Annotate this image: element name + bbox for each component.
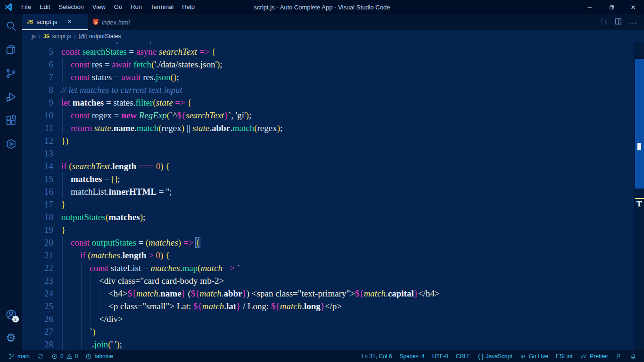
code-line[interactable]: 19} — [22, 223, 635, 236]
status-notifications[interactable] — [626, 350, 640, 362]
menu-go[interactable]: Go — [110, 0, 126, 14]
code-text: <div class="card card-body mb-2> — [61, 274, 224, 287]
open-changes-icon[interactable] — [600, 17, 608, 27]
code-line[interactable]: 24<h4>${match.name} (${match.abbr}) <spa… — [22, 287, 635, 300]
code-text: const states = await res.json(); — [61, 71, 179, 83]
status-feedback[interactable] — [612, 350, 626, 362]
code-editor[interactable]: 4// search states.json and filter it5con… — [22, 42, 635, 350]
line-number: 28 — [22, 338, 53, 350]
search-icon[interactable] — [0, 14, 22, 38]
tab-close-icon[interactable]: ✕ — [67, 18, 72, 25]
status-tabnine[interactable]: tabnine — [82, 350, 116, 362]
line-number: 6 — [22, 58, 53, 71]
explorer-icon[interactable] — [0, 38, 22, 61]
code-line[interactable]: 12}) — [22, 134, 635, 147]
breadcrumb[interactable]: js›JSscript.js›[@]outputStates — [22, 30, 635, 42]
menu-file[interactable]: File — [17, 0, 35, 14]
code-text: </div> — [61, 313, 123, 325]
split-editor-icon[interactable] — [614, 17, 622, 27]
status-language-mode[interactable]: { }JavaScript — [474, 350, 516, 362]
status-encoding[interactable]: UTF-8 — [429, 350, 452, 362]
run-debug-icon[interactable] — [0, 85, 22, 108]
status-label: JavaScript — [486, 353, 512, 360]
code-line[interactable]: 28.join(' '); — [22, 338, 635, 350]
source-control-icon[interactable] — [0, 61, 22, 85]
status-git-branch[interactable]: main — [5, 350, 33, 362]
code-text: }) — [61, 134, 68, 147]
code-line[interactable]: 11return state.name.match(regex) || stat… — [22, 122, 635, 134]
code-line[interactable]: 6const res = await fetch('./data/states.… — [22, 58, 635, 71]
status-label: Spaces: 4 — [399, 353, 424, 360]
code-line[interactable]: 25<p class="small"> Lat: ${match.lat} / … — [22, 300, 635, 313]
menu-terminal[interactable]: Terminal — [146, 0, 178, 14]
line-number: 21 — [22, 249, 53, 262]
code-text: `) — [61, 325, 96, 338]
code-line[interactable]: 27`) — [22, 325, 635, 338]
status-go-live[interactable]: Go Live — [516, 350, 552, 362]
status-prettier[interactable]: ✓✓Prettier — [576, 350, 612, 362]
sync-icon — [37, 353, 44, 360]
extensions-icon[interactable] — [0, 108, 22, 132]
status-sync[interactable] — [33, 350, 48, 362]
breadcrumb-item-outputStates[interactable]: [@]outputStates — [79, 33, 121, 40]
code-line[interactable]: 23<div class="card card-body mb-2> — [22, 274, 635, 287]
status-problems[interactable]: 00 — [48, 350, 82, 362]
code-line[interactable]: 16matchList.innerHTML = ''; — [22, 185, 635, 198]
tabnine-icon — [85, 353, 92, 360]
line-number: 27 — [22, 325, 53, 338]
line-number: 22 — [22, 262, 53, 274]
code-text: const regex = new RegExp(`^${searchText}… — [61, 109, 251, 122]
code-line[interactable]: 9let matches = states.filter(state => { — [22, 96, 635, 109]
code-line[interactable]: 21if (matches.length > 0) { — [22, 249, 635, 262]
menu-run[interactable]: Run — [126, 0, 146, 14]
more-actions-icon[interactable]: ··· — [629, 18, 637, 26]
breadcrumb-separator: › — [74, 33, 76, 40]
js-icon: JS — [27, 19, 33, 25]
error-icon — [51, 353, 58, 360]
code-line[interactable]: 5const searchStates = async searchText =… — [22, 45, 635, 58]
menu-selection[interactable]: Selection — [54, 0, 88, 14]
vscode-logo-icon[interactable] — [4, 2, 13, 12]
code-line[interactable]: 7const states = await res.json(); — [22, 71, 635, 83]
warning-icon — [66, 353, 73, 360]
code-text: matches = []; — [61, 173, 120, 185]
code-line[interactable]: 8// let matches to current text input — [22, 83, 635, 96]
menu-view[interactable]: View — [88, 0, 110, 14]
breadcrumb-item-script.js[interactable]: JSscript.js — [43, 33, 71, 40]
restore-button[interactable] — [601, 0, 622, 14]
line-number: 13 — [22, 147, 53, 160]
hexagon-extension-icon[interactable] — [0, 132, 22, 156]
status-label: main — [17, 353, 30, 360]
menu-bar: FileEditSelectionViewGoRunTerminalHelp — [17, 0, 199, 14]
code-line[interactable]: 26</div> — [22, 313, 635, 325]
accounts-icon[interactable]: 2 — [0, 303, 22, 326]
code-line[interactable]: 18outputStates(matches); — [22, 211, 635, 223]
code-line[interactable]: 22const stateList = matches.map(match =>… — [22, 262, 635, 274]
code-text: const searchStates = async searchText =>… — [61, 45, 216, 58]
menu-help[interactable]: Help — [178, 0, 199, 14]
status-eol[interactable]: CRLF — [452, 350, 474, 362]
code-line[interactable]: 13 — [22, 147, 635, 160]
tab-script.js[interactable]: JSscript.js✕ — [22, 14, 88, 30]
settings-gear-icon[interactable]: ⚙ — [0, 326, 22, 350]
double-check-icon: ✓✓ — [580, 353, 586, 360]
breadcrumb-item-js[interactable]: js — [32, 33, 36, 40]
status-indentation[interactable]: Spaces: 4 — [396, 350, 428, 362]
tab-index.html[interactable]: 5index.html — [88, 14, 154, 30]
scrollbar-track[interactable]: T — [635, 42, 644, 350]
menu-edit[interactable]: Edit — [35, 0, 54, 14]
status-cursor-position[interactable]: Ln 31, Col 6 — [358, 350, 396, 362]
minimize-button[interactable]: ─ — [579, 0, 601, 14]
status-eslint[interactable]: ESLint — [552, 350, 576, 362]
code-line[interactable]: 20const outputStates = (matches) => { — [22, 236, 635, 249]
code-line[interactable]: 14if (searchText.length === 0) { — [22, 160, 635, 173]
code-line[interactable]: 10const regex = new RegExp(`^${searchTex… — [22, 109, 635, 122]
close-button[interactable]: ✕ — [622, 0, 644, 14]
code-line[interactable]: 15matches = []; — [22, 173, 635, 185]
status-label: 0 — [75, 353, 78, 360]
code-line[interactable]: 17} — [22, 198, 635, 211]
window-controls: ─✕ — [579, 0, 644, 14]
line-number: 16 — [22, 185, 53, 198]
bell-icon — [630, 353, 636, 360]
scrollbar-thumb[interactable] — [635, 59, 644, 189]
